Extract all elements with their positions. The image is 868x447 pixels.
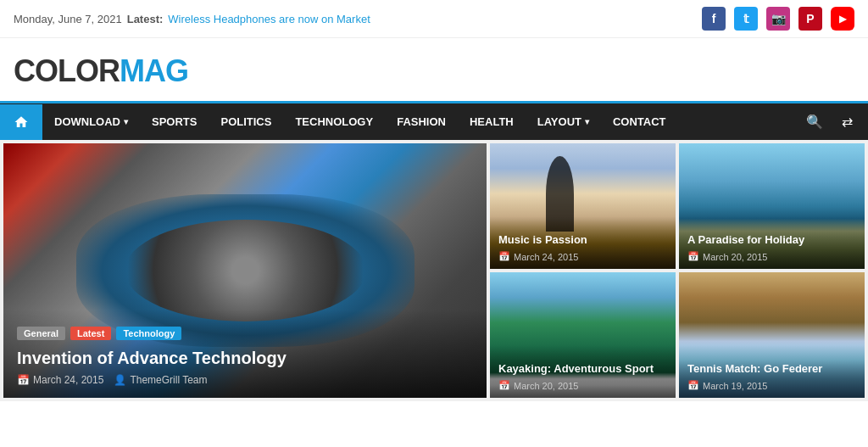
nav-item-politics[interactable]: POLITICS — [209, 104, 283, 139]
card-music[interactable]: Music is Passion 📅 March 24, 2015 — [490, 143, 676, 269]
site-logo[interactable]: COLORMAG — [14, 53, 854, 89]
facebook-icon[interactable]: f — [702, 7, 726, 31]
card-kayaking-date: 📅 March 20, 2015 — [498, 380, 667, 391]
nav-item-fashion[interactable]: FASHION — [385, 104, 458, 139]
nav-item-contact[interactable]: CONTACT — [601, 104, 678, 139]
main-navbar: DOWNLOAD ▾ SPORTS POLITICS TECHNOLOGY FA… — [0, 101, 868, 140]
card-tennis-date: 📅 March 19, 2015 — [687, 380, 856, 391]
card-kayaking-overlay: Kayaking: Adventurous Sport 📅 March 20, … — [490, 345, 676, 398]
logo-area: COLORMAG — [0, 38, 868, 101]
dropdown-arrow: ▾ — [124, 117, 128, 126]
card-paradise-date: 📅 March 20, 2015 — [687, 251, 856, 262]
featured-tags: General Latest Technology — [17, 327, 473, 340]
card-music-overlay: Music is Passion 📅 March 24, 2015 — [490, 216, 676, 269]
nav-right-icons: 🔍 ⇄ — [798, 103, 868, 140]
logo-mag-part: MAG — [120, 53, 188, 88]
top-bar: Monday, June 7, 2021 Latest: Wireless He… — [0, 0, 868, 38]
card-tennis-title: Tennis Match: Go Federer — [687, 362, 856, 377]
social-icons: f 𝕥 📷 P ▶ — [702, 7, 854, 31]
shuffle-nav-button[interactable]: ⇄ — [833, 103, 861, 140]
logo-color-part: COLOR — [14, 53, 120, 88]
calendar-icon-tennis: 📅 — [687, 380, 699, 391]
dropdown-arrow-layout: ▾ — [585, 117, 589, 126]
calendar-icon-music: 📅 — [498, 251, 510, 262]
featured-title: Invention of Advance Technology — [17, 347, 473, 369]
card-paradise[interactable]: A Paradise for Holiday 📅 March 20, 2015 — [679, 143, 865, 269]
tag-latest[interactable]: Latest — [70, 327, 111, 340]
content-area: General Latest Technology Invention of A… — [0, 140, 868, 401]
card-kayaking[interactable]: Kayaking: Adventurous Sport 📅 March 20, … — [490, 272, 676, 398]
nav-item-technology[interactable]: TECHNOLOGY — [283, 104, 385, 139]
calendar-icon-kayaking: 📅 — [498, 380, 510, 391]
featured-overlay: General Latest Technology Invention of A… — [3, 310, 487, 398]
nav-item-layout[interactable]: LAYOUT ▾ — [526, 104, 601, 139]
nav-items-list: DOWNLOAD ▾ SPORTS POLITICS TECHNOLOGY FA… — [42, 104, 798, 139]
twitter-icon[interactable]: 𝕥 — [734, 7, 758, 31]
card-tennis-overlay: Tennis Match: Go Federer 📅 March 19, 201… — [679, 345, 865, 398]
date-display: Monday, June 7, 2021 — [14, 13, 122, 25]
nav-item-download[interactable]: DOWNLOAD ▾ — [42, 104, 140, 139]
card-music-title: Music is Passion — [498, 233, 667, 248]
youtube-icon[interactable]: ▶ — [831, 7, 854, 31]
author-icon: 👤 — [114, 374, 126, 386]
card-tennis[interactable]: Tennis Match: Go Federer 📅 March 19, 201… — [679, 272, 865, 398]
top-bar-left: Monday, June 7, 2021 Latest: Wireless He… — [14, 13, 370, 25]
calendar-icon-paradise: 📅 — [687, 251, 699, 262]
card-paradise-title: A Paradise for Holiday — [687, 233, 856, 248]
calendar-icon: 📅 — [17, 374, 30, 386]
nav-item-health[interactable]: HEALTH — [458, 104, 526, 139]
featured-card[interactable]: General Latest Technology Invention of A… — [3, 143, 487, 398]
featured-meta: 📅 March 24, 2015 👤 ThemeGrill Team — [17, 374, 473, 386]
home-icon — [14, 115, 29, 130]
instagram-icon[interactable]: 📷 — [766, 7, 790, 31]
latest-news-link[interactable]: Wireless Headphones are now on Market — [168, 13, 370, 25]
right-card-grid: Music is Passion 📅 March 24, 2015 A Para… — [490, 143, 865, 398]
featured-date: 📅 March 24, 2015 — [17, 374, 103, 386]
home-nav-button[interactable] — [0, 104, 42, 140]
card-music-date: 📅 March 24, 2015 — [498, 251, 667, 262]
latest-label: Latest: — [127, 13, 164, 25]
tag-general[interactable]: General — [17, 327, 65, 340]
search-nav-button[interactable]: 🔍 — [798, 103, 832, 140]
pinterest-icon[interactable]: P — [798, 7, 822, 31]
nav-item-sports[interactable]: SPORTS — [140, 104, 209, 139]
card-kayaking-title: Kayaking: Adventurous Sport — [498, 362, 667, 377]
featured-author: 👤 ThemeGrill Team — [114, 374, 207, 386]
tag-technology[interactable]: Technology — [116, 327, 181, 340]
card-paradise-overlay: A Paradise for Holiday 📅 March 20, 2015 — [679, 216, 865, 269]
